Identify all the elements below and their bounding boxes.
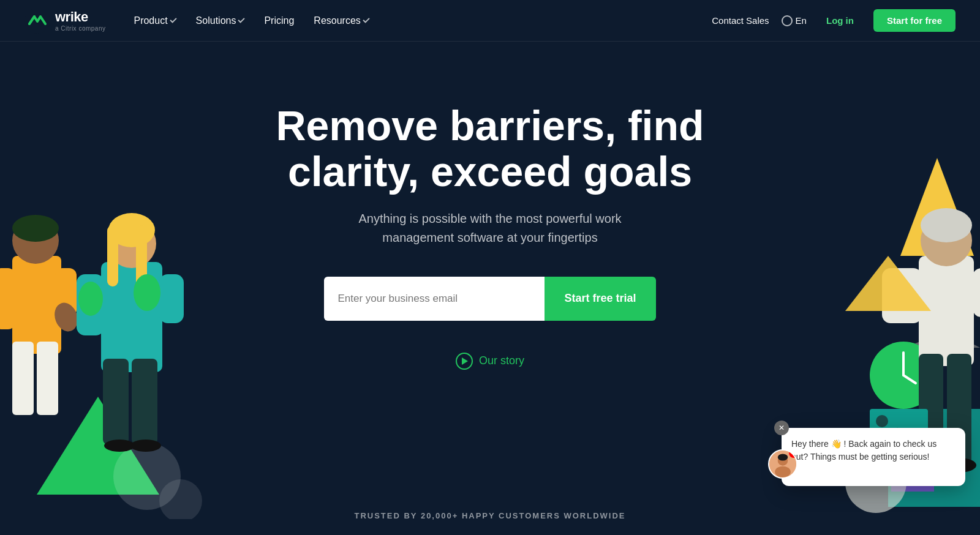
svg-rect-17 [77, 274, 104, 335]
svg-rect-8 [55, 268, 77, 317]
nav-solutions-label: Solutions [196, 15, 236, 26]
svg-point-24 [130, 440, 161, 452]
logo-text: wrike a Citrix company [55, 9, 105, 32]
svg-point-9 [51, 299, 81, 334]
nav-product-chevron-icon [170, 16, 176, 23]
nav-solutions[interactable]: Solutions [187, 10, 254, 31]
nav-links: Product Solutions Pricing Resources [125, 10, 377, 31]
login-button[interactable]: Log in [819, 12, 861, 29]
nav-left: wrike a Citrix company Product Solutions… [24, 8, 378, 34]
navbar: wrike a Citrix company Product Solutions… [0, 0, 980, 42]
svg-point-14 [108, 213, 155, 247]
svg-point-3 [159, 479, 202, 519]
svg-point-34 [921, 208, 972, 242]
svg-point-5 [12, 217, 59, 264]
svg-rect-12 [101, 262, 162, 372]
chat-close-button[interactable]: ✕ [774, 421, 789, 435]
nav-product[interactable]: Product [125, 10, 184, 31]
chat-avatar[interactable]: 1 [768, 449, 797, 479]
svg-marker-31 [900, 158, 974, 256]
svg-point-19 [78, 282, 103, 316]
play-icon [456, 353, 473, 370]
language-selector[interactable]: En [782, 15, 807, 26]
nav-right: Contact Sales En Log in Start for free [712, 9, 956, 32]
svg-point-48 [778, 454, 788, 461]
nav-pricing[interactable]: Pricing [255, 10, 303, 31]
play-triangle-icon [462, 357, 468, 365]
trusted-badge: TRUSTED BY 20,000+ HAPPY CUSTOMERS WORLD… [354, 511, 625, 520]
svg-point-43 [876, 415, 888, 427]
left-illustration [0, 78, 233, 519]
svg-marker-1 [37, 397, 159, 495]
wrike-logo-icon [24, 8, 50, 34]
nav-solutions-chevron-icon [238, 16, 245, 23]
svg-point-20 [134, 274, 160, 311]
svg-point-27 [870, 342, 937, 409]
svg-rect-4 [12, 256, 61, 354]
hero-title: Remove barriers, find clarity, exceed go… [251, 103, 729, 195]
globe-icon [782, 15, 793, 26]
our-story-label: Our story [479, 354, 524, 367]
hero-signup-form: Start free trial [324, 277, 655, 321]
svg-rect-36 [973, 268, 980, 317]
svg-point-13 [107, 219, 156, 268]
svg-marker-37 [845, 256, 931, 311]
svg-point-23 [104, 440, 135, 452]
svg-rect-7 [0, 268, 15, 329]
nav-pricing-label: Pricing [264, 15, 294, 26]
chat-widget: ✕ Hey there 👋 ! Back again to check us o… [782, 428, 965, 486]
svg-point-47 [775, 466, 791, 477]
svg-point-2 [113, 443, 181, 510]
logo-brand-name: wrike [55, 9, 105, 25]
svg-rect-22 [132, 359, 157, 444]
svg-rect-11 [37, 342, 58, 415]
svg-line-29 [903, 375, 916, 383]
nav-product-label: Product [134, 15, 167, 26]
logo-citrix-tagline: a Citrix company [55, 25, 105, 32]
svg-rect-16 [136, 225, 147, 299]
language-label: En [796, 15, 807, 26]
chat-message: Hey there 👋 ! Back again to check us out… [791, 438, 956, 463]
contact-sales-link[interactable]: Contact Sales [712, 15, 769, 26]
nav-resources-label: Resources [314, 15, 360, 26]
nav-resources-chevron-icon [363, 16, 369, 23]
svg-rect-10 [12, 342, 34, 415]
hero-section: Remove barriers, find clarity, exceed go… [0, 42, 980, 535]
our-story-link[interactable]: Our story [456, 353, 524, 370]
start-trial-button[interactable]: Start free trial [545, 277, 655, 321]
svg-point-6 [12, 215, 59, 242]
svg-rect-21 [103, 359, 129, 444]
nav-resources[interactable]: Resources [305, 10, 377, 31]
logo[interactable]: wrike a Citrix company [24, 8, 105, 34]
svg-rect-15 [107, 225, 118, 286]
start-for-free-button[interactable]: Start for free [873, 9, 956, 32]
svg-rect-32 [919, 256, 974, 366]
chat-notification-badge: 1 [789, 449, 797, 458]
svg-point-33 [921, 215, 972, 266]
svg-rect-18 [159, 274, 184, 323]
svg-rect-35 [882, 268, 922, 323]
email-input[interactable] [324, 277, 545, 321]
hero-subtitle: Anything is possible with the most power… [331, 209, 649, 247]
